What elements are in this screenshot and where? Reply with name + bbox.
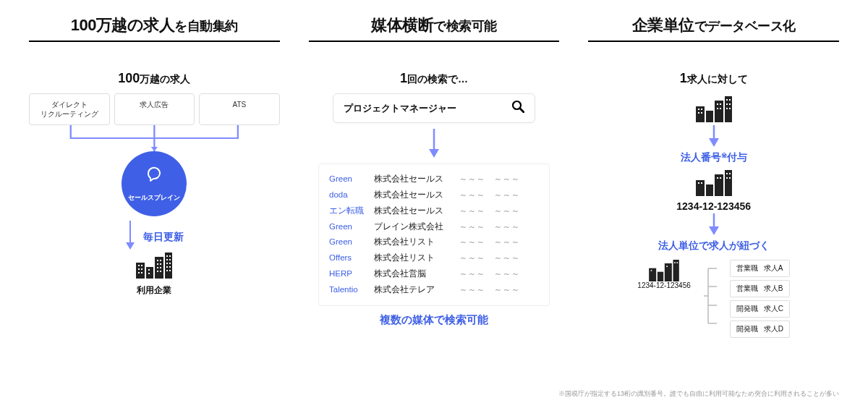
svg-rect-60 xyxy=(720,177,721,179)
search-results: Green株式会社セールス～～～ ～～～doda株式会社セールス～～～ ～～～エ… xyxy=(318,164,550,306)
svg-rect-56 xyxy=(725,170,732,196)
result-tail: ～～～ ～～～ xyxy=(459,187,539,203)
corporate-number-value: 1234-12-123456 xyxy=(676,200,751,212)
result-company: 株式会社テレア xyxy=(374,282,454,298)
svg-rect-29 xyxy=(166,270,168,271)
footnote-text: ※国税庁が指定する13桁の識別番号。誰でも自由に利用可能なため突合に利用されるこ… xyxy=(558,389,839,399)
job-item: 開発職求人D xyxy=(730,321,790,338)
svg-rect-50 xyxy=(726,108,728,109)
svg-rect-69 xyxy=(673,260,679,281)
arrow-down-icon xyxy=(428,129,440,158)
result-tail: ～～～ ～～～ xyxy=(459,282,539,298)
search-field[interactable]: プロジェクトマネージャー xyxy=(333,93,535,123)
buildings-icon xyxy=(694,96,733,125)
svg-rect-47 xyxy=(729,99,731,101)
svg-rect-73 xyxy=(677,262,678,263)
buildings-icon xyxy=(135,252,174,281)
result-tail: ～～～ ～～～ xyxy=(459,250,539,266)
svg-rect-34 xyxy=(696,106,705,122)
col3-title-rest: でデータベース化 xyxy=(694,19,796,33)
svg-rect-39 xyxy=(701,109,702,110)
svg-rect-25 xyxy=(166,263,168,264)
job-role: 開発職 xyxy=(736,305,758,313)
arrow-down-icon xyxy=(708,213,720,235)
company-jobs-tree: 1234-12-123456 営業職求人A営業職求人B開発職求人C開発職求人D xyxy=(637,260,790,341)
source-boxes: ダイレクト リクルーティング 求人広告 ATS xyxy=(29,93,280,125)
result-media: doda xyxy=(329,187,368,203)
svg-rect-17 xyxy=(157,267,158,268)
svg-rect-43 xyxy=(720,103,721,105)
col3-subtitle: 1求人に対して xyxy=(680,71,748,86)
col1-title-rest: を自動集約 xyxy=(174,19,238,33)
result-company: 株式会社セールス xyxy=(374,171,454,187)
job-item: 営業職求人B xyxy=(730,280,790,297)
job-role: 開発職 xyxy=(736,325,758,333)
result-row: doda株式会社セールス～～～ ～～～ xyxy=(329,187,539,203)
job-name: 求人A xyxy=(764,264,783,272)
svg-rect-37 xyxy=(725,96,732,122)
company-mini-number: 1234-12-123456 xyxy=(637,281,690,289)
col3-title: 企業単位でデータベース化 xyxy=(588,14,839,42)
svg-rect-13 xyxy=(157,260,158,261)
source-ats: ATS xyxy=(199,93,280,125)
col2-title-bold: 媒体横断 xyxy=(371,16,433,34)
svg-rect-57 xyxy=(698,182,699,184)
svg-rect-26 xyxy=(169,263,171,264)
svg-rect-59 xyxy=(717,177,718,179)
result-row: Offers株式会社リスト～～～ ～～～ xyxy=(329,250,539,266)
svg-rect-10 xyxy=(141,272,142,273)
result-tail: ～～～ ～～～ xyxy=(459,203,539,219)
search-icon xyxy=(511,100,524,116)
svg-rect-66 xyxy=(649,268,656,281)
svg-rect-4 xyxy=(165,252,172,279)
svg-rect-48 xyxy=(726,103,728,105)
result-media: Offers xyxy=(329,250,368,266)
svg-rect-71 xyxy=(666,266,668,267)
svg-rect-54 xyxy=(706,184,713,196)
result-row: Talentio株式会社テレア～～～ ～～～ xyxy=(329,282,539,298)
svg-rect-61 xyxy=(726,173,728,174)
svg-rect-22 xyxy=(169,255,171,257)
result-row: HERP株式会社営脳～～～ ～～～ xyxy=(329,266,539,282)
result-company: 株式会社リスト xyxy=(374,234,454,250)
result-company: 株式会社営脳 xyxy=(374,266,454,282)
result-media: HERP xyxy=(329,266,368,282)
svg-rect-11 xyxy=(148,269,150,271)
salesbrain-label: セールスブレイン xyxy=(128,193,180,203)
svg-rect-12 xyxy=(148,273,150,274)
brain-icon xyxy=(143,165,165,192)
col1-caption: 利用企業 xyxy=(137,284,171,297)
col2-title-rest: で検索可能 xyxy=(433,19,497,33)
svg-rect-44 xyxy=(717,108,718,109)
svg-rect-1 xyxy=(136,263,145,279)
job-name: 求人D xyxy=(764,325,783,333)
result-row: Green株式会社リスト～～～ ～～～ xyxy=(329,234,539,250)
svg-rect-64 xyxy=(729,177,731,179)
merge-lines xyxy=(29,125,280,151)
job-name: 求人C xyxy=(764,305,783,313)
svg-rect-58 xyxy=(701,182,702,184)
footnote-marker: ※ xyxy=(721,151,727,159)
svg-rect-19 xyxy=(157,271,158,272)
result-company: ブレイン株式会社 xyxy=(374,219,454,235)
svg-rect-62 xyxy=(729,173,731,174)
svg-rect-23 xyxy=(166,259,168,260)
svg-rect-16 xyxy=(160,263,161,265)
arrow-down-icon xyxy=(124,221,136,250)
daily-update-label: 毎日更新 xyxy=(143,231,184,244)
linking-label: 法人単位で求人が紐づく xyxy=(658,239,770,252)
svg-rect-27 xyxy=(166,266,168,268)
buildings-icon xyxy=(694,170,733,199)
svg-rect-18 xyxy=(160,267,161,268)
svg-rect-63 xyxy=(726,177,728,179)
col2-subtitle: 1回の検索で… xyxy=(400,71,468,86)
svg-rect-30 xyxy=(169,270,171,271)
result-row: Greenブレイン株式会社～～～ ～～～ xyxy=(329,219,539,235)
svg-rect-70 xyxy=(651,270,652,271)
source-direct-recruiting: ダイレクト リクルーティング xyxy=(29,93,110,125)
result-tail: ～～～ ～～～ xyxy=(459,266,539,282)
result-media: エン転職 xyxy=(329,203,368,219)
result-tail: ～～～ ～～～ xyxy=(459,234,539,250)
svg-rect-36 xyxy=(715,101,723,122)
result-tail: ～～～ ～～～ xyxy=(459,219,539,235)
